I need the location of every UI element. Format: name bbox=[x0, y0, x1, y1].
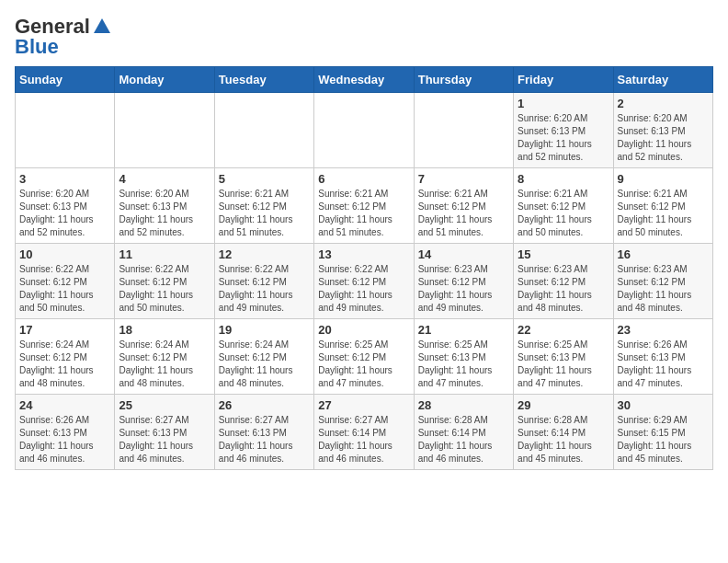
day-number: 17 bbox=[19, 323, 110, 337]
calendar-cell: 12Sunrise: 6:22 AM Sunset: 6:12 PM Dayli… bbox=[214, 244, 313, 319]
day-info: Sunrise: 6:27 AM Sunset: 6:13 PM Dayligh… bbox=[219, 414, 310, 465]
day-info: Sunrise: 6:20 AM Sunset: 6:13 PM Dayligh… bbox=[518, 112, 609, 164]
weekday-header-sunday: Sunday bbox=[16, 67, 115, 93]
day-info: Sunrise: 6:26 AM Sunset: 6:13 PM Dayligh… bbox=[19, 414, 110, 465]
calendar-cell: 5Sunrise: 6:21 AM Sunset: 6:12 PM Daylig… bbox=[214, 168, 313, 244]
calendar-cell: 17Sunrise: 6:24 AM Sunset: 6:12 PM Dayli… bbox=[16, 319, 115, 395]
day-number: 6 bbox=[318, 172, 409, 186]
day-info: Sunrise: 6:23 AM Sunset: 6:12 PM Dayligh… bbox=[518, 263, 609, 315]
day-number: 21 bbox=[418, 323, 509, 337]
day-info: Sunrise: 6:21 AM Sunset: 6:12 PM Dayligh… bbox=[318, 188, 409, 239]
logo-icon bbox=[92, 17, 112, 37]
svg-marker-0 bbox=[94, 18, 110, 33]
week-row-1: 1Sunrise: 6:20 AM Sunset: 6:13 PM Daylig… bbox=[16, 93, 713, 168]
day-info: Sunrise: 6:24 AM Sunset: 6:12 PM Dayligh… bbox=[119, 339, 210, 390]
day-info: Sunrise: 6:27 AM Sunset: 6:14 PM Dayligh… bbox=[318, 414, 409, 465]
weekday-header-friday: Friday bbox=[514, 67, 613, 93]
calendar-cell: 26Sunrise: 6:27 AM Sunset: 6:13 PM Dayli… bbox=[214, 395, 313, 470]
day-number: 18 bbox=[119, 323, 210, 337]
calendar-cell: 10Sunrise: 6:22 AM Sunset: 6:12 PM Dayli… bbox=[16, 244, 115, 319]
day-number: 2 bbox=[618, 97, 709, 110]
calendar-cell: 11Sunrise: 6:22 AM Sunset: 6:12 PM Dayli… bbox=[115, 244, 214, 319]
day-info: Sunrise: 6:24 AM Sunset: 6:12 PM Dayligh… bbox=[19, 339, 110, 390]
day-info: Sunrise: 6:28 AM Sunset: 6:14 PM Dayligh… bbox=[418, 414, 509, 465]
week-row-4: 17Sunrise: 6:24 AM Sunset: 6:12 PM Dayli… bbox=[16, 319, 713, 395]
day-number: 24 bbox=[19, 398, 110, 412]
day-info: Sunrise: 6:25 AM Sunset: 6:13 PM Dayligh… bbox=[418, 339, 509, 390]
calendar-cell: 6Sunrise: 6:21 AM Sunset: 6:12 PM Daylig… bbox=[314, 168, 414, 244]
day-number: 12 bbox=[219, 247, 310, 261]
calendar-cell: 27Sunrise: 6:27 AM Sunset: 6:14 PM Dayli… bbox=[314, 395, 414, 470]
day-info: Sunrise: 6:20 AM Sunset: 6:13 PM Dayligh… bbox=[19, 188, 110, 239]
day-number: 16 bbox=[618, 247, 709, 261]
day-info: Sunrise: 6:26 AM Sunset: 6:13 PM Dayligh… bbox=[618, 339, 709, 390]
day-number: 29 bbox=[518, 398, 609, 412]
day-number: 25 bbox=[119, 398, 210, 412]
day-info: Sunrise: 6:22 AM Sunset: 6:12 PM Dayligh… bbox=[318, 263, 409, 315]
weekday-header-thursday: Thursday bbox=[414, 67, 513, 93]
day-number: 22 bbox=[518, 323, 609, 337]
calendar-cell bbox=[16, 93, 115, 168]
logo-blue-text: Blue bbox=[15, 35, 59, 59]
weekday-header-monday: Monday bbox=[115, 67, 214, 93]
day-info: Sunrise: 6:21 AM Sunset: 6:12 PM Dayligh… bbox=[518, 188, 609, 239]
day-number: 28 bbox=[418, 398, 509, 412]
calendar-cell: 4Sunrise: 6:20 AM Sunset: 6:13 PM Daylig… bbox=[115, 168, 214, 244]
day-number: 8 bbox=[518, 172, 609, 186]
day-info: Sunrise: 6:28 AM Sunset: 6:14 PM Dayligh… bbox=[518, 414, 609, 465]
day-number: 4 bbox=[119, 172, 210, 186]
calendar-cell: 15Sunrise: 6:23 AM Sunset: 6:12 PM Dayli… bbox=[514, 244, 613, 319]
day-number: 30 bbox=[618, 398, 709, 412]
day-number: 15 bbox=[518, 247, 609, 261]
day-info: Sunrise: 6:20 AM Sunset: 6:13 PM Dayligh… bbox=[618, 112, 709, 164]
calendar-cell: 30Sunrise: 6:29 AM Sunset: 6:15 PM Dayli… bbox=[613, 395, 712, 470]
logo: General Blue bbox=[15, 15, 112, 59]
day-number: 3 bbox=[19, 172, 110, 186]
calendar-cell bbox=[214, 93, 313, 168]
calendar-cell bbox=[115, 93, 214, 168]
calendar-cell: 16Sunrise: 6:23 AM Sunset: 6:12 PM Dayli… bbox=[613, 244, 712, 319]
day-info: Sunrise: 6:23 AM Sunset: 6:12 PM Dayligh… bbox=[618, 263, 709, 315]
calendar-cell: 9Sunrise: 6:21 AM Sunset: 6:12 PM Daylig… bbox=[613, 168, 712, 244]
calendar-cell bbox=[314, 93, 414, 168]
calendar-cell: 8Sunrise: 6:21 AM Sunset: 6:12 PM Daylig… bbox=[514, 168, 613, 244]
calendar-cell: 13Sunrise: 6:22 AM Sunset: 6:12 PM Dayli… bbox=[314, 244, 414, 319]
day-info: Sunrise: 6:24 AM Sunset: 6:12 PM Dayligh… bbox=[219, 339, 310, 390]
day-number: 27 bbox=[318, 398, 409, 412]
weekday-header-wednesday: Wednesday bbox=[314, 67, 414, 93]
day-info: Sunrise: 6:22 AM Sunset: 6:12 PM Dayligh… bbox=[219, 263, 310, 315]
day-info: Sunrise: 6:21 AM Sunset: 6:12 PM Dayligh… bbox=[418, 188, 509, 239]
calendar-cell: 28Sunrise: 6:28 AM Sunset: 6:14 PM Dayli… bbox=[414, 395, 513, 470]
calendar-cell: 25Sunrise: 6:27 AM Sunset: 6:13 PM Dayli… bbox=[115, 395, 214, 470]
calendar-cell: 18Sunrise: 6:24 AM Sunset: 6:12 PM Dayli… bbox=[115, 319, 214, 395]
day-number: 10 bbox=[19, 247, 110, 261]
day-number: 5 bbox=[219, 172, 310, 186]
calendar-cell: 23Sunrise: 6:26 AM Sunset: 6:13 PM Dayli… bbox=[613, 319, 712, 395]
calendar-cell: 29Sunrise: 6:28 AM Sunset: 6:14 PM Dayli… bbox=[514, 395, 613, 470]
day-info: Sunrise: 6:21 AM Sunset: 6:12 PM Dayligh… bbox=[219, 188, 310, 239]
weekday-header-saturday: Saturday bbox=[613, 67, 712, 93]
page-header: General Blue bbox=[15, 15, 713, 59]
calendar-cell: 2Sunrise: 6:20 AM Sunset: 6:13 PM Daylig… bbox=[613, 93, 712, 168]
day-info: Sunrise: 6:27 AM Sunset: 6:13 PM Dayligh… bbox=[119, 414, 210, 465]
calendar-cell: 7Sunrise: 6:21 AM Sunset: 6:12 PM Daylig… bbox=[414, 168, 513, 244]
calendar-cell: 3Sunrise: 6:20 AM Sunset: 6:13 PM Daylig… bbox=[16, 168, 115, 244]
calendar-cell: 21Sunrise: 6:25 AM Sunset: 6:13 PM Dayli… bbox=[414, 319, 513, 395]
day-number: 26 bbox=[219, 398, 310, 412]
calendar-cell: 20Sunrise: 6:25 AM Sunset: 6:12 PM Dayli… bbox=[314, 319, 414, 395]
day-number: 9 bbox=[618, 172, 709, 186]
day-info: Sunrise: 6:22 AM Sunset: 6:12 PM Dayligh… bbox=[119, 263, 210, 315]
day-number: 14 bbox=[418, 247, 509, 261]
day-number: 11 bbox=[119, 247, 210, 261]
day-number: 23 bbox=[618, 323, 709, 337]
day-info: Sunrise: 6:25 AM Sunset: 6:12 PM Dayligh… bbox=[318, 339, 409, 390]
day-info: Sunrise: 6:29 AM Sunset: 6:15 PM Dayligh… bbox=[618, 414, 709, 465]
day-number: 20 bbox=[318, 323, 409, 337]
calendar-cell: 14Sunrise: 6:23 AM Sunset: 6:12 PM Dayli… bbox=[414, 244, 513, 319]
day-info: Sunrise: 6:20 AM Sunset: 6:13 PM Dayligh… bbox=[119, 188, 210, 239]
calendar-table: SundayMondayTuesdayWednesdayThursdayFrid… bbox=[15, 66, 713, 470]
calendar-cell: 1Sunrise: 6:20 AM Sunset: 6:13 PM Daylig… bbox=[514, 93, 613, 168]
day-info: Sunrise: 6:21 AM Sunset: 6:12 PM Dayligh… bbox=[618, 188, 709, 239]
calendar-cell bbox=[414, 93, 513, 168]
day-info: Sunrise: 6:23 AM Sunset: 6:12 PM Dayligh… bbox=[418, 263, 509, 315]
